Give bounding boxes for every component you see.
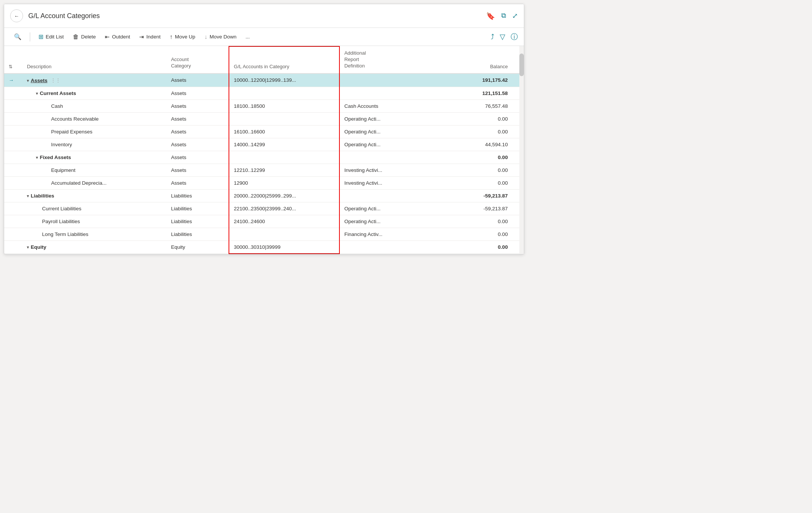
title-actions: 🔖 ⧉ ⤢ bbox=[486, 12, 518, 20]
description-text: Liabilities bbox=[31, 193, 54, 199]
row-description-cell[interactable]: ▾Fixed Assets bbox=[22, 151, 166, 164]
description-text: Accounts Receivable bbox=[51, 116, 98, 122]
row-description-cell[interactable]: Inventory bbox=[22, 138, 166, 151]
table-row[interactable]: Current LiabilitiesLiabilities22100..235… bbox=[4, 202, 524, 215]
row-description-cell[interactable]: Equipment bbox=[22, 164, 166, 176]
row-additional-report-cell bbox=[339, 189, 436, 202]
row-description-cell[interactable]: Payroll Liabilities bbox=[22, 215, 166, 228]
row-arrow-cell bbox=[4, 100, 22, 112]
move-down-label: Move Down bbox=[210, 34, 236, 40]
outdent-label: Outdent bbox=[112, 34, 130, 40]
description-text: Equity bbox=[31, 244, 46, 250]
outdent-icon: ⇤ bbox=[105, 34, 110, 40]
row-gl-accounts-cell: 24100..24600 bbox=[229, 215, 339, 228]
expand-icon[interactable]: ⤢ bbox=[512, 12, 518, 20]
row-arrow-cell bbox=[4, 125, 22, 138]
row-arrow-cell bbox=[4, 228, 22, 240]
row-additional-report-cell: Operating Acti... bbox=[339, 112, 436, 125]
row-arrow-cell bbox=[4, 240, 22, 254]
row-arrow-cell bbox=[4, 112, 22, 125]
row-description-cell[interactable]: Cash bbox=[22, 100, 166, 112]
row-additional-report-cell: Investing Activi... bbox=[339, 176, 436, 189]
row-description-cell[interactable]: ▾Equity bbox=[22, 240, 166, 254]
indent-button[interactable]: ⇥ Indent bbox=[135, 31, 164, 43]
drag-handle-icon[interactable]: ⋮⋮ bbox=[51, 78, 60, 83]
row-arrow-cell bbox=[4, 164, 22, 176]
row-balance-cell: 0.00 bbox=[436, 215, 513, 228]
collapse-icon[interactable]: ▾ bbox=[36, 91, 38, 96]
row-account-category-cell: Assets bbox=[166, 138, 229, 151]
row-description-cell[interactable]: Accounts Receivable bbox=[22, 112, 166, 125]
move-down-button[interactable]: ↓ Move Down bbox=[201, 31, 240, 43]
move-up-button[interactable]: ↑ Move Up bbox=[166, 31, 199, 43]
col-sort-header: ⇅ bbox=[4, 46, 22, 74]
row-description-cell[interactable]: ▾Current Assets bbox=[22, 87, 166, 100]
collapse-icon[interactable]: ▾ bbox=[27, 245, 29, 250]
table-row[interactable]: ▾Fixed AssetsAssets0.00 bbox=[4, 151, 524, 164]
row-balance-cell: -59,213.87 bbox=[436, 202, 513, 215]
row-additional-report-cell: Operating Acti... bbox=[339, 202, 436, 215]
info-icon[interactable]: ⓘ bbox=[511, 32, 518, 42]
open-external-icon[interactable]: ⧉ bbox=[501, 12, 506, 20]
col-description-header[interactable]: Description bbox=[22, 46, 166, 74]
table-row[interactable]: Long Term LiabilitiesLiabilitiesFinancin… bbox=[4, 228, 524, 240]
collapse-icon[interactable]: ▾ bbox=[27, 193, 29, 199]
row-gl-accounts-cell: 10000..12200|12999..139... bbox=[229, 74, 339, 87]
outdent-button[interactable]: ⇤ Outdent bbox=[101, 31, 134, 43]
toolbar-separator-1 bbox=[30, 32, 30, 41]
row-gl-accounts-cell: 22100..23500|23999..240... bbox=[229, 202, 339, 215]
row-account-category-cell: Assets bbox=[166, 125, 229, 138]
edit-list-button[interactable]: ⊞ Edit List bbox=[35, 31, 68, 43]
description-text: Long Term Liabilities bbox=[42, 231, 88, 237]
bookmark-icon[interactable]: 🔖 bbox=[486, 12, 495, 20]
row-description-cell[interactable]: Current Liabilities bbox=[22, 202, 166, 215]
table-row[interactable]: ▾EquityEquity30000..30310|399990.00 bbox=[4, 240, 524, 254]
more-button[interactable]: ... bbox=[242, 32, 253, 42]
row-current-indicator: → bbox=[9, 77, 14, 83]
back-button[interactable]: ← bbox=[10, 9, 23, 22]
delete-button[interactable]: 🗑 Delete bbox=[69, 31, 100, 43]
col-additional-report-header[interactable]: AdditionalReportDefinition bbox=[339, 46, 436, 74]
table-row[interactable]: EquipmentAssets12210..12299Investing Act… bbox=[4, 164, 524, 176]
table-row[interactable]: CashAssets18100..18500Cash Accounts76,55… bbox=[4, 100, 524, 112]
description-text: Accumulated Deprecia... bbox=[51, 180, 106, 186]
col-account-category-header[interactable]: AccountCategory bbox=[166, 46, 229, 74]
description-text: Prepaid Expenses bbox=[51, 129, 92, 135]
table-row[interactable]: ▾LiabilitiesLiabilities20000..22000|2599… bbox=[4, 189, 524, 202]
title-bar: ← G/L Account Categories 🔖 ⧉ ⤢ bbox=[4, 4, 524, 28]
row-description-cell[interactable]: Long Term Liabilities bbox=[22, 228, 166, 240]
row-description-cell[interactable]: Accumulated Deprecia... bbox=[22, 176, 166, 189]
row-balance-cell: 0.00 bbox=[436, 112, 513, 125]
table-row[interactable]: Payroll LiabilitiesLiabilities24100..246… bbox=[4, 215, 524, 228]
delete-icon: 🗑 bbox=[73, 34, 79, 40]
row-description-cell[interactable]: Prepaid Expenses bbox=[22, 125, 166, 138]
collapse-icon[interactable]: ▾ bbox=[36, 155, 38, 160]
filter-icon[interactable]: ▽ bbox=[500, 32, 505, 41]
row-additional-report-cell: Operating Acti... bbox=[339, 215, 436, 228]
indent-label: Indent bbox=[146, 34, 161, 40]
row-account-category-cell: Assets bbox=[166, 87, 229, 100]
row-gl-accounts-cell: 20000..22000|25999..299... bbox=[229, 189, 339, 202]
table-row[interactable]: Prepaid ExpensesAssets16100..16600Operat… bbox=[4, 125, 524, 138]
table-row[interactable]: InventoryAssets14000..14299Operating Act… bbox=[4, 138, 524, 151]
scrollbar-thumb[interactable] bbox=[519, 54, 524, 76]
table-row[interactable]: Accumulated Deprecia...Assets12900Invest… bbox=[4, 176, 524, 189]
row-account-category-cell: Liabilities bbox=[166, 215, 229, 228]
row-additional-report-cell bbox=[339, 74, 436, 87]
share-icon[interactable]: ⤴ bbox=[491, 33, 494, 41]
row-description-cell[interactable]: ▾Assets⋮⋮ bbox=[22, 74, 166, 87]
row-gl-accounts-cell: 30000..30310|39999 bbox=[229, 240, 339, 254]
table-row[interactable]: →▾Assets⋮⋮Assets10000..12200|12999..139.… bbox=[4, 74, 524, 87]
description-text: Payroll Liabilities bbox=[42, 219, 80, 224]
row-account-category-cell: Assets bbox=[166, 176, 229, 189]
collapse-icon[interactable]: ▾ bbox=[27, 78, 29, 83]
row-description-cell[interactable]: ▾Liabilities bbox=[22, 189, 166, 202]
col-gl-accounts-header[interactable]: G/L Accounts in Category bbox=[229, 46, 339, 74]
row-additional-report-cell: Financing Activ... bbox=[339, 228, 436, 240]
col-balance-header[interactable]: Balance bbox=[436, 46, 513, 74]
scrollbar-track[interactable] bbox=[519, 46, 524, 254]
table-row[interactable]: Accounts ReceivableAssetsOperating Acti.… bbox=[4, 112, 524, 125]
table-row[interactable]: ▾Current AssetsAssets121,151.58 bbox=[4, 87, 524, 100]
row-additional-report-cell: Operating Acti... bbox=[339, 125, 436, 138]
search-button[interactable]: 🔍 bbox=[10, 31, 25, 43]
